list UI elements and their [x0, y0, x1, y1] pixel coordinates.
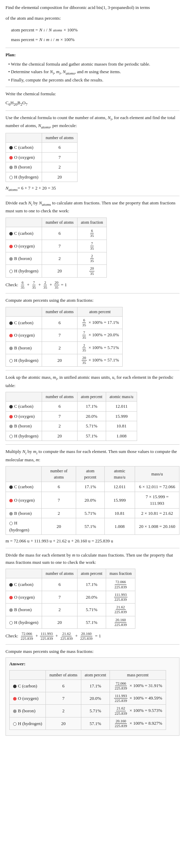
- carbon-percent-5: 17.1%: [76, 482, 104, 492]
- table-row: O (oxygen) 7: [6, 152, 78, 162]
- carbon-atoms-6: 6: [42, 578, 77, 591]
- element-boron-ans: B (boron): [10, 705, 46, 717]
- boron-mass-percent-ans: 21.62225.839 × 100% = 9.573%: [110, 705, 166, 717]
- boron-atomic-mass-5: 10.81: [104, 508, 135, 518]
- hydrogen-atomic-mass-5: 1.008: [104, 518, 135, 535]
- hydrogen-percent-5: 57.1%: [76, 518, 104, 535]
- table4: number of atoms atom percent atomic mass…: [6, 392, 137, 441]
- table1-description: Use the chemical formula to count the nu…: [6, 114, 179, 130]
- table2: number of atoms atom fraction C (carbon)…: [6, 218, 107, 278]
- oxygen-atoms-2: 7: [42, 240, 77, 252]
- table4-section: Look up the atomic mass, mi, in unified …: [6, 374, 179, 441]
- hydrogen-mass-percent-ans: 20.160225.839 × 100% = 8.927%: [110, 717, 166, 730]
- oxygen-percent-4: 20.0%: [77, 411, 106, 421]
- carbon-fraction-2: 635: [77, 227, 106, 240]
- h-mass-frac-6: 20.160225.839: [114, 618, 127, 627]
- element-carbon-3: C (carbon): [6, 316, 42, 329]
- c-check6-frac: 72.066225.839: [20, 631, 34, 641]
- carbon-dot-2: [9, 232, 13, 235]
- carbon-dot-3: [9, 321, 13, 325]
- element-oxygen-5: O (oxygen): [6, 492, 42, 508]
- h-check-frac: 2035: [54, 280, 59, 290]
- b-ans-frac: 21.62225.839: [114, 706, 128, 715]
- carbon-mass-frac-6: 72.066225.839: [106, 578, 135, 591]
- hydrogen-percent-4: 57.1%: [77, 431, 106, 441]
- table5-col5-header: mass/u: [135, 466, 179, 482]
- element-hydrogen-2: H (hydrogen): [6, 265, 42, 277]
- boron-atoms-1: 2: [42, 162, 77, 172]
- boron-atoms-3: 2: [42, 341, 77, 354]
- element-boron-6: B (boron): [6, 604, 42, 616]
- element-boron-4: B (boron): [6, 421, 42, 431]
- intro-line2: of the atom and mass percents:: [6, 15, 179, 22]
- mass-percent-x100: × 100%: [60, 35, 74, 44]
- table-row: B (boron) 2 5.71% 10.81 2 × 10.81 = 21.6…: [6, 508, 179, 518]
- table6-col4-header: mass fraction: [106, 569, 135, 578]
- atom-percent-x100: × 100%: [63, 26, 78, 35]
- boron-dot-6: [9, 608, 13, 612]
- boron-dot-2: [9, 257, 13, 261]
- mass-divide-symbol: /: [53, 35, 54, 44]
- answer-col3-header: atom percent: [81, 670, 110, 679]
- table-row: H (hydrogen) 20 57.1% 1.008: [6, 431, 137, 441]
- element-hydrogen-5: H (hydrogen): [6, 518, 42, 535]
- divider-9: [6, 644, 179, 645]
- hydrogen-atoms-1: 20: [42, 172, 77, 182]
- table-row: H (hydrogen) 20 2035 × 100% = 57.1%: [6, 354, 123, 367]
- boron-percent-3: 235 × 100% = 5.71%: [77, 341, 123, 354]
- element-carbon-ans: C (carbon): [10, 679, 46, 692]
- divider-2: [6, 87, 179, 87]
- oxygen-percent-6: 20.0%: [77, 591, 106, 603]
- table-row: O (oxygen) 7 735 × 100% = 20.0%: [6, 329, 123, 341]
- intro-line1: Find the elemental composition for dibor…: [6, 4, 179, 11]
- boron-percent-6: 5.71%: [77, 604, 106, 616]
- boron-fraction-2: 235: [77, 252, 106, 264]
- chemical-formula-value: C6H20B2O7: [6, 99, 179, 107]
- element-boron-5: B (boron): [6, 508, 42, 518]
- boron-atoms-6: 2: [42, 604, 77, 616]
- b-frac-3: 235: [82, 343, 87, 353]
- b-mass-frac-6: 21.62225.839: [114, 605, 127, 614]
- formula-block: atom percent = Ni / Natoms × 100% mass p…: [11, 26, 179, 44]
- c-frac-3: 635: [82, 318, 87, 327]
- boron-percent-5: 5.71%: [76, 508, 104, 518]
- element-hydrogen-1: H (hydrogen): [6, 172, 42, 182]
- boron-dot-ans: [13, 710, 17, 713]
- table4-col3-header: atom percent: [77, 392, 106, 402]
- table3-col1-header: [6, 307, 42, 316]
- divider-1: [6, 48, 179, 48]
- chemical-formula-section: Write the chemical formula: C6H20B2O7: [6, 90, 179, 107]
- oxygen-dot: [9, 156, 13, 160]
- divider-7: [6, 444, 179, 445]
- oxygen-fraction-display: 735: [89, 241, 94, 251]
- table-row: H (hydrogen) 20 2035: [6, 265, 107, 277]
- oxygen-percent-5: 20.0%: [76, 492, 104, 508]
- hydrogen-dot-ans: [13, 722, 17, 726]
- atom-percent-formula: atom percent = Ni / Natoms × 100%: [11, 26, 179, 35]
- plan-title: Plan:: [6, 51, 179, 58]
- table4-col4-header: atomic mass/u: [106, 392, 137, 402]
- table2-col2-header: number of atoms: [42, 218, 77, 227]
- oxygen-atoms-3: 7: [42, 329, 77, 341]
- boron-dot-3: [9, 347, 13, 350]
- boron-atoms-2: 2: [42, 252, 77, 264]
- carbon-atoms-4: 6: [42, 402, 77, 412]
- oxygen-atoms-5: 7: [42, 492, 76, 508]
- oxygen-atoms-1: 7: [42, 152, 77, 162]
- carbon-dot-ans: [13, 685, 17, 688]
- table-row: H (hydrogen) 20 57.1% 20.160225.839: [6, 616, 135, 628]
- table-row: C (carbon) 6: [6, 143, 78, 153]
- table-row: B (boron) 2: [6, 162, 78, 172]
- c-mass-frac-6: 72.066225.839: [114, 580, 127, 589]
- divider-3: [6, 110, 179, 111]
- table1: number of atoms C (carbon) 6 O (oxygen) …: [6, 133, 78, 182]
- intro-section: Find the elemental composition for dibor…: [6, 4, 179, 44]
- table2-section: Divide each Ni by Natoms to calculate at…: [6, 200, 179, 290]
- plan-item-3: • Finally, compute the percents and chec…: [8, 77, 179, 84]
- carbon-atoms-3: 6: [42, 316, 77, 329]
- table2-description: Divide each Ni by Natoms to calculate at…: [6, 200, 179, 215]
- table6: number of atoms atom percent mass fracti…: [6, 569, 135, 629]
- table-row: O (oxygen) 7 20.0% 111.993225.839: [6, 591, 135, 603]
- m-symbol: m: [56, 35, 59, 44]
- table5: number of atoms atom percent atomic mass…: [6, 466, 179, 535]
